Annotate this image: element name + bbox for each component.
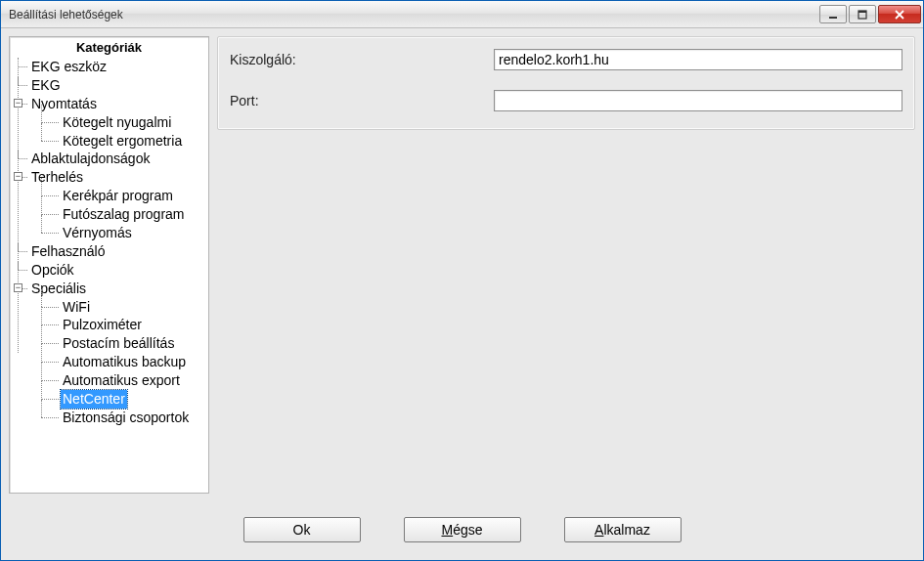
port-label: Port: (230, 93, 494, 108)
expander-icon[interactable]: − (14, 99, 22, 108)
categories-tree: EKG eszköz EKG − Nyomtatás Kötegelt nyug… (10, 58, 208, 431)
settings-panel: Kiszolgáló: Port: (217, 36, 915, 130)
window-controls (817, 5, 921, 23)
tree-item-biztonsagi-csoportok[interactable]: Biztonsági csoportok (37, 409, 204, 427)
server-row: Kiszolgáló: (230, 49, 902, 70)
tree-item-vernyomas[interactable]: Vérnyomás (37, 224, 204, 242)
minimize-button[interactable] (819, 5, 847, 23)
cancel-button[interactable]: Mégse (404, 517, 521, 542)
tree-item-kerekpar-program[interactable]: Kerékpár program (37, 187, 204, 205)
categories-sidebar: Kategóriák EKG eszköz EKG − Nyomtatás Kö… (9, 36, 209, 494)
close-button[interactable] (878, 5, 921, 23)
svg-rect-2 (858, 11, 866, 13)
tree-item-specialis[interactable]: − Speciális WiFi Pulzoximéter Postacím b… (14, 280, 204, 427)
tree-item-automatikus-backup[interactable]: Automatikus backup (37, 353, 204, 371)
tree-item-ekg[interactable]: EKG (14, 76, 204, 95)
tree-item-ekg-eszkoz[interactable]: EKG eszköz (14, 58, 204, 76)
tree-item-netcenter[interactable]: NetCenter (37, 390, 204, 409)
tree-item-futoszalag-program[interactable]: Futószalag program (37, 205, 204, 224)
sidebar-header: Kategóriák (10, 37, 208, 58)
port-row: Port: (230, 90, 902, 111)
tree-item-wifi[interactable]: WiFi (37, 298, 204, 317)
tree-item-pulzoximeter[interactable]: Pulzoximéter (37, 316, 204, 334)
apply-button[interactable]: Alkalmaz (564, 517, 682, 542)
tree-item-kotegelt-ergometria[interactable]: Kötegelt ergometria (37, 132, 204, 151)
tree-item-felhasznalo[interactable]: Felhasználó (14, 242, 204, 261)
port-input[interactable] (494, 90, 902, 111)
svg-rect-0 (829, 17, 837, 19)
close-icon (894, 10, 905, 20)
tree-item-automatikus-export[interactable]: Automatikus export (37, 371, 204, 390)
window-body: Kategóriák EKG eszköz EKG − Nyomtatás Kö… (1, 28, 923, 501)
dialog-buttons: Ok Mégse Alkalmaz (1, 501, 923, 560)
window-title: Beállítási lehetőségek (9, 8, 817, 22)
tree-item-opciok[interactable]: Opciók (14, 261, 204, 280)
tree-item-nyomtatas[interactable]: − Nyomtatás Kötegelt nyugalmi Kötegelt e… (14, 95, 204, 151)
content-area: Kiszolgáló: Port: (217, 36, 915, 494)
titlebar: Beállítási lehetőségek (1, 1, 923, 28)
server-input[interactable] (494, 49, 902, 70)
tree-item-kotegelt-nyugalmi[interactable]: Kötegelt nyugalmi (37, 113, 204, 132)
maximize-button[interactable] (849, 5, 876, 23)
tree-item-terheles[interactable]: − Terhelés Kerékpár program Futószalag p… (14, 168, 204, 242)
expander-icon[interactable]: − (14, 172, 22, 181)
tree-item-postacim-beallitas[interactable]: Postacím beállítás (37, 334, 204, 353)
ok-button[interactable]: Ok (243, 517, 361, 542)
minimize-icon (828, 10, 838, 20)
server-label: Kiszolgáló: (230, 52, 494, 67)
settings-window: Beállítási lehetőségek Kategóriák EKG es… (0, 0, 924, 561)
maximize-icon (858, 10, 867, 20)
expander-icon[interactable]: − (14, 283, 22, 292)
tree-item-ablaktulajdonsagok[interactable]: Ablaktulajdonságok (14, 150, 204, 168)
